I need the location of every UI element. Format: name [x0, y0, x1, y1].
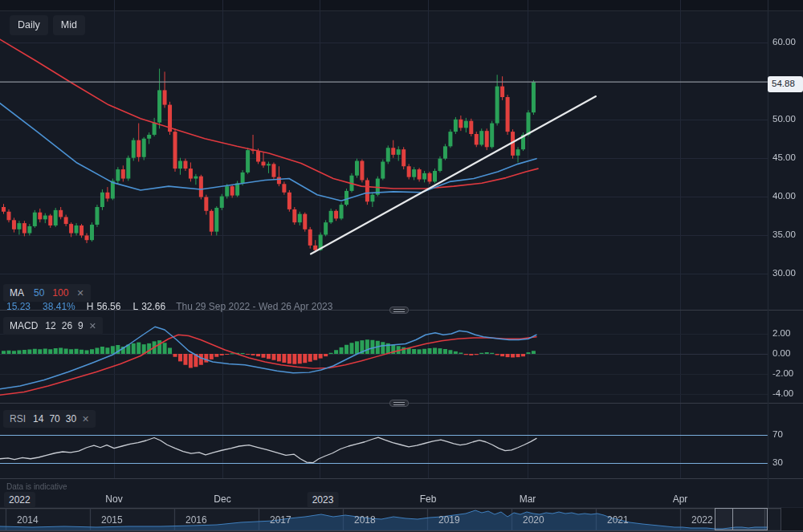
xaxis-label-feb: Feb	[420, 494, 437, 504]
info-value: 15.23	[6, 301, 31, 312]
xaxis-label-dec: Dec	[214, 494, 230, 504]
macd-axis-tick: -4.00	[772, 389, 793, 399]
navigator-year-2019: 2019	[438, 515, 460, 525]
info-low-value: 32.66	[141, 301, 165, 312]
navigator-year-2014: 2014	[17, 515, 39, 525]
price-axis-tick: 35.00	[772, 230, 796, 240]
price-axis-tick: 30.00	[772, 269, 796, 278]
price-axis-tick: 45.00	[772, 153, 796, 163]
macd-axis-tick: 2.00	[772, 329, 790, 339]
navigator-selection-window[interactable]	[715, 508, 768, 530]
pane-resize-handle-rsi[interactable]	[389, 400, 409, 407]
price-info-row: 15.23 38.41% H 56.56 L 32.66 Thu 29 Sep …	[6, 301, 332, 312]
rsi-remove-icon[interactable]: ✕	[82, 414, 89, 424]
rsi-legend: RSI 14 70 30 ✕	[3, 410, 96, 428]
macd-remove-icon[interactable]: ✕	[89, 321, 96, 331]
macd-fast-period: 12	[45, 320, 55, 331]
ma-legend-title: MA	[10, 287, 24, 298]
ma-period-50: 50	[34, 287, 44, 298]
interval-button-daily[interactable]: Daily	[10, 15, 48, 35]
navigator-year-2015: 2015	[101, 515, 123, 525]
info-date-range: Thu 29 Sep 2022 - Wed 26 Apr 2023	[176, 301, 332, 312]
rsi-upper-level: 70	[49, 413, 59, 424]
macd-axis-tick: 0.00	[772, 349, 790, 359]
rsi-axis-tick: 30	[772, 458, 783, 468]
ma-remove-icon[interactable]: ✕	[76, 288, 84, 298]
macd-legend-title: MACD	[10, 320, 38, 331]
info-change-pct: 38.41%	[43, 301, 75, 312]
navigator-selection-handle[interactable]	[732, 509, 733, 530]
navigator-year-2016: 2016	[185, 515, 207, 525]
pane-resize-handle-macd[interactable]	[389, 307, 409, 314]
data-indicative-note: Data is indicative	[6, 483, 67, 491]
rsi-legend-title: RSI	[10, 413, 26, 424]
macd-legend: MACD 12 26 9 ✕	[3, 317, 103, 335]
xaxis-label-2023: 2023	[308, 492, 339, 508]
rsi-axis-tick: 70	[772, 430, 783, 440]
xaxis-label-mar: Mar	[520, 494, 536, 504]
ma-period-100: 100	[52, 287, 68, 298]
rsi-lower-level: 30	[66, 413, 76, 424]
xaxis-label-nov: Nov	[105, 494, 122, 504]
xaxis-label-apr: Apr	[673, 494, 688, 504]
navigator-year-2020: 2020	[523, 515, 544, 525]
price-axis-tick: 60.00	[772, 38, 796, 47]
rsi-period: 14	[33, 413, 43, 424]
chart-type-button-mid[interactable]: Mid	[53, 15, 85, 35]
price-axis-tick: 50.00	[772, 115, 796, 124]
chart-canvas[interactable]	[0, 0, 803, 532]
xaxis-label-2022: 2022	[4, 492, 35, 508]
navigator-year-2022: 2022	[691, 515, 713, 525]
navigator-year-2021: 2021	[607, 515, 629, 525]
navigator-year-2017: 2017	[270, 515, 291, 525]
info-low-label: L	[132, 301, 138, 312]
price-axis-tick: 40.00	[772, 192, 796, 201]
macd-signal-period: 9	[78, 320, 84, 331]
navigator-year-2018: 2018	[354, 515, 376, 525]
chart-root: Daily Mid MA 50 100 ✕ 15.23 38.41% H 56.…	[0, 0, 803, 532]
macd-axis-tick: -2.00	[772, 369, 793, 379]
macd-slow-period: 26	[62, 320, 72, 331]
info-high-label: H	[87, 301, 94, 312]
info-high-value: 56.56	[96, 301, 120, 312]
ma-legend: MA 50 100 ✕	[3, 284, 91, 302]
last-price-badge: 54.88	[768, 76, 803, 92]
interval-toolbar: Daily Mid	[10, 15, 85, 35]
